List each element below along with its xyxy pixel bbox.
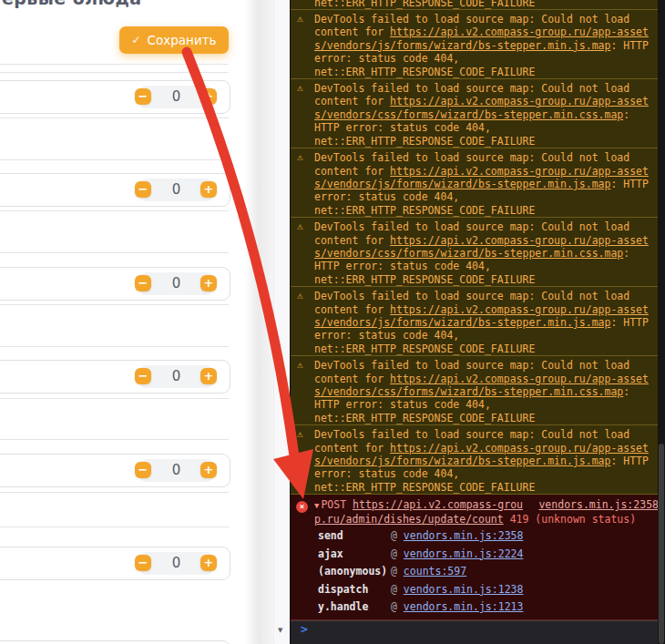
warning-text: DevTools failed to load source map: Coul…: [314, 359, 649, 424]
plus-button[interactable]: +: [200, 88, 217, 105]
console-scrollbar-thumb[interactable]: [659, 444, 664, 644]
stack-location-link[interactable]: counts:597: [404, 565, 466, 578]
page-edge-shadow: [244, 0, 273, 644]
warning-text: DevTools failed to load source map: Coul…: [314, 82, 649, 148]
dish-row-card: [0, 640, 230, 644]
stack-fn: send: [318, 527, 391, 546]
console-warning: ⚠DevTools failed to load source map: Cou…: [291, 79, 665, 148]
stack-frame: send@ vendors.min.js:2358: [318, 527, 659, 546]
row-divider: [0, 398, 229, 399]
warning-icon: ⚠: [297, 428, 303, 441]
console-warning: ⚠DevTools failed to load source map: Cou…: [291, 425, 665, 495]
row-divider: [0, 346, 229, 347]
status-text: 419 (unknown status): [504, 513, 636, 526]
warning-icon: ⚠: [297, 359, 303, 372]
dish-row-card: − 0 +: [0, 547, 230, 580]
warning-icon: ⚠: [297, 82, 303, 95]
error-source-link[interactable]: vendors.min.js:2358: [538, 498, 659, 511]
row-divider: [0, 159, 229, 160]
row-divider: [0, 439, 229, 440]
row-divider: [0, 118, 229, 118]
row-divider: [0, 304, 229, 305]
stack-fn: (anonymous): [318, 563, 391, 581]
console-warning: ⚠DevTools failed to load source map: Cou…: [291, 287, 665, 356]
stack-frame: (anonymous)@ counts:597: [318, 563, 659, 581]
warning-text: DevTools failed to load source map: Coul…: [314, 0, 649, 9]
error-icon: ×: [296, 501, 308, 513]
console-scrollbar[interactable]: [658, 0, 665, 644]
dish-row-card: − 0 +: [0, 267, 230, 301]
row-divider: [0, 252, 229, 253]
plus-button[interactable]: +: [200, 555, 217, 571]
save-button[interactable]: ✓ Сохранить: [119, 26, 229, 54]
console-input[interactable]: >: [291, 620, 665, 644]
admin-page: ервые блюда ✓ Сохранить − 0 + − 0 + − 0 …: [0, 0, 273, 644]
console-warning: ⚠DevTools failed to load source map: Cou…: [291, 148, 665, 218]
scroll-down-arrow-icon[interactable]: ▼: [278, 627, 282, 634]
console-warning: ⚠DevTools failed to load source map: Cou…: [291, 0, 665, 10]
dish-row-card: − 0 +: [0, 454, 230, 487]
warning-icon: ⚠: [297, 151, 303, 164]
stack-fn: ajax: [318, 546, 391, 564]
stack-location-link[interactable]: vendors.min.js:2224: [404, 547, 524, 560]
check-icon: ✓: [132, 34, 141, 46]
stack-frame: dispatch@ vendors.min.js:1238: [318, 581, 659, 599]
request-method: POST: [321, 498, 353, 511]
stack-trace: send@ vendors.min.js:2358 ajax@ vendors.…: [314, 527, 659, 618]
row-divider: [0, 72, 229, 73]
stack-frame: y.handle@ vendors.min.js:1213: [318, 598, 659, 617]
stack-frame: ajax@ vendors.min.js:2224: [318, 546, 659, 564]
save-button-label: Сохранить: [148, 33, 217, 47]
row-divider: [0, 64, 229, 65]
stack-fn: y.handle: [318, 598, 391, 617]
row-divider: [0, 526, 229, 527]
warning-text: DevTools failed to load source map: Coul…: [314, 220, 649, 286]
expander-triangle-icon[interactable]: ▼: [314, 501, 319, 510]
dish-row-card: − 0 +: [0, 360, 230, 394]
plus-button[interactable]: +: [200, 462, 217, 478]
warning-text: DevTools failed to load source map: Coul…: [314, 290, 649, 355]
console-warning: ⚠DevTools failed to load source map: Cou…: [291, 218, 665, 287]
console-warning: ⚠DevTools failed to load source map: Cou…: [291, 10, 665, 79]
stack-location-link[interactable]: vendors.min.js:2358: [404, 529, 524, 542]
warning-text: DevTools failed to load source map: Coul…: [314, 151, 649, 217]
warning-text: DevTools failed to load source map: Coul…: [314, 13, 649, 78]
row-divider: [0, 210, 229, 211]
plus-button[interactable]: +: [200, 275, 217, 291]
stack-fn: dispatch: [318, 581, 391, 599]
plus-button[interactable]: +: [200, 181, 217, 198]
page-scrollbar[interactable]: ▼: [273, 0, 291, 644]
dish-row-card: − 0 +: [0, 80, 230, 114]
console-error: × vendors.min.js:2358 ▼POST https://api.…: [291, 495, 665, 620]
warning-text: DevTools failed to load source map: Coul…: [314, 428, 649, 494]
console-prompt-chevron-icon: >: [301, 623, 308, 636]
row-divider: [0, 492, 229, 493]
stack-location-link[interactable]: vendors.min.js:1238: [404, 583, 524, 596]
warning-icon: ⚠: [297, 220, 303, 233]
warning-icon: ⚠: [297, 13, 303, 26]
dish-row-card: − 0 +: [0, 173, 230, 207]
console-warning: ⚠DevTools failed to load source map: Cou…: [291, 356, 665, 425]
warning-icon: ⚠: [297, 290, 303, 302]
page-title: ервые блюда: [2, 0, 141, 8]
stack-location-link[interactable]: vendors.min.js:1213: [404, 600, 524, 613]
devtools-console: ⚠DevTools failed to load source map: Cou…: [290, 0, 665, 644]
plus-button[interactable]: +: [200, 368, 217, 384]
